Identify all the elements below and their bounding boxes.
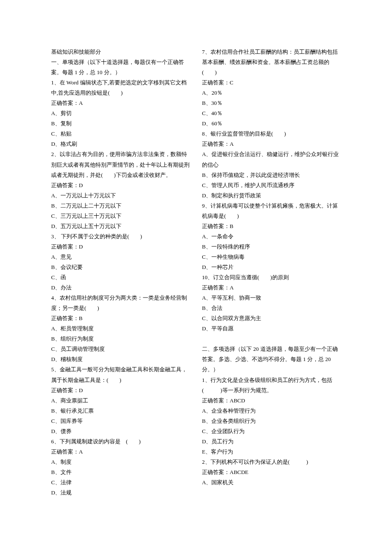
document-columns: 基础知识和技能部分一、单项选择（以下十道选择题，每题仅有一个正确答案。每题 1 … — [51, 47, 341, 520]
text-line: C、国库券等 — [51, 416, 190, 426]
text-line: B、组织行为制度 — [51, 334, 190, 344]
text-line: D、格式刷 — [51, 139, 190, 149]
text-line: A、剪切 — [51, 108, 190, 119]
text-line: B、文件 — [51, 467, 190, 477]
text-line: D、债券 — [51, 426, 190, 436]
text-line: 6、下列属规制建设的内容是 ( ) — [51, 436, 190, 447]
text-line: A、国家机关 — [202, 477, 341, 488]
text-line: C、员工调动管理制度 — [51, 344, 190, 354]
text-line: D、60％ — [202, 119, 341, 129]
text-line: 正确答案：D — [51, 180, 190, 191]
text-line: B、企业各类组织行为 — [202, 416, 341, 426]
blank-line — [202, 334, 341, 344]
text-line: B、会议纪要 — [51, 262, 190, 272]
text-line: C、粘贴 — [51, 129, 190, 139]
text-line: 8、银行业监督管理的目标是( ) — [202, 129, 341, 139]
text-line: 正确答案：ABCD — [202, 396, 341, 406]
text-line: A、平等互利、协商一致 — [202, 293, 341, 303]
text-line: D、员工行为 — [202, 436, 341, 447]
text-line: C、三万元以上三十万元以下 — [51, 211, 190, 221]
text-line: 4、农村信用社的制度可分为两大类：一类是业务经营制度；另一类是( ) — [51, 293, 190, 313]
text-line: D、五万元以上五十万元以下 — [51, 221, 190, 231]
text-line: B、银行承兑汇票 — [51, 406, 190, 416]
text-line: D、稽核制度 — [51, 354, 190, 364]
text-line: A、意见 — [51, 252, 190, 262]
text-line: 9、计算机病毒可以使整个计算机瘫痪，危害极大。计算机病毒是( ) — [202, 201, 341, 221]
text-line: 正确答案：B — [51, 313, 190, 324]
text-line: A、制度 — [51, 457, 190, 467]
text-line: 1、在 Word 编辑状态下,若要把选定的文字移到其它文档中,首先应选用的按钮是… — [51, 78, 190, 98]
text-line: 正确答案：A — [51, 98, 190, 108]
text-line: D、制定和执行货币政策 — [202, 191, 341, 201]
text-line: B、保持币值稳定，并以此促进经济增长 — [202, 170, 341, 180]
text-line: A、一万元以上十万元以下 — [51, 191, 190, 201]
text-line: 正确答案：D — [51, 385, 190, 396]
text-line: D、一种芯片 — [202, 262, 341, 272]
text-line: B、复制 — [51, 119, 190, 129]
text-line: B、一段特殊的程序 — [202, 242, 341, 252]
text-line: 正确答案：A — [202, 283, 341, 293]
text-line: A、柜员管理制度 — [51, 324, 190, 334]
text-line: C、一种生物病毒 — [202, 252, 341, 262]
text-line: C、函 — [51, 272, 190, 283]
text-line: 正确答案：A — [202, 139, 341, 149]
text-line: A、促进银行业合法运行、稳健运行，维护公众对银行业的信心 — [202, 149, 341, 170]
text-line: 一、单项选择（以下十道选择题，每题仅有一个正确答案。每题 1 分，总 10 分。… — [51, 57, 190, 78]
text-line: 二、多项选择（以下 20 道选择题，每题至少有一个正确答案。多选、少选、不选均不… — [202, 344, 341, 375]
text-line: A、20％ — [202, 88, 341, 98]
text-line: 正确答案：C — [202, 78, 341, 88]
text-line: 3、 下列不属于公文的种类的是( ) — [51, 231, 190, 242]
text-line: 正确答案：D — [51, 242, 190, 252]
text-line: C、管理人民币，维护人民币流通秩序 — [202, 180, 341, 191]
text-line: 2、下列机构不可以作为保证人的是( ) — [202, 457, 341, 467]
text-line: A、一条命令 — [202, 231, 341, 242]
text-line: 7、农村信用合作社员工薪酬的结构：员工薪酬结构包括基本薪酬、绩效薪酬和资金。基本… — [202, 47, 341, 78]
text-line: 正确答案：B — [202, 221, 341, 231]
text-line: 2、以非法占有为目的，使用诈骗方法非法集资，数额特别巨大或者有其他特别严重情节的… — [51, 149, 190, 180]
text-line: A、企业各种管理行为 — [202, 406, 341, 416]
text-line: B、合法 — [202, 303, 341, 313]
text-line: C、40％ — [202, 108, 341, 119]
text-line: D、法规 — [51, 488, 190, 498]
text-line: C、企业团队行为 — [202, 426, 341, 436]
text-line: 10、订立合同应当遵循( )的原则 — [202, 272, 341, 283]
text-line: D、平等自愿 — [202, 324, 341, 334]
text-line: 基础知识和技能部分 — [51, 47, 190, 57]
text-line: 正确答案：ABCDE — [202, 467, 341, 477]
text-line: A、商业票据工 — [51, 396, 190, 406]
text-line: C、以合同双方意愿为主 — [202, 313, 341, 324]
text-line: E、客户行为 — [202, 447, 341, 457]
text-line: B、二万元以上二十万元以下 — [51, 201, 190, 211]
text-line: 5、金融工具一般可分为短期金融工具和长期金融工具，属于长期金融工具是：( ) — [51, 364, 190, 385]
text-line: 1、行为文化是企业各级组织和员工的行为方式，包括( )等一系列行为规范。 — [202, 375, 341, 396]
text-line: B、30％ — [202, 98, 341, 108]
text-line: D、办法 — [51, 283, 190, 293]
text-line: 正确答案：A — [51, 447, 190, 457]
text-line: C、法律 — [51, 477, 190, 488]
